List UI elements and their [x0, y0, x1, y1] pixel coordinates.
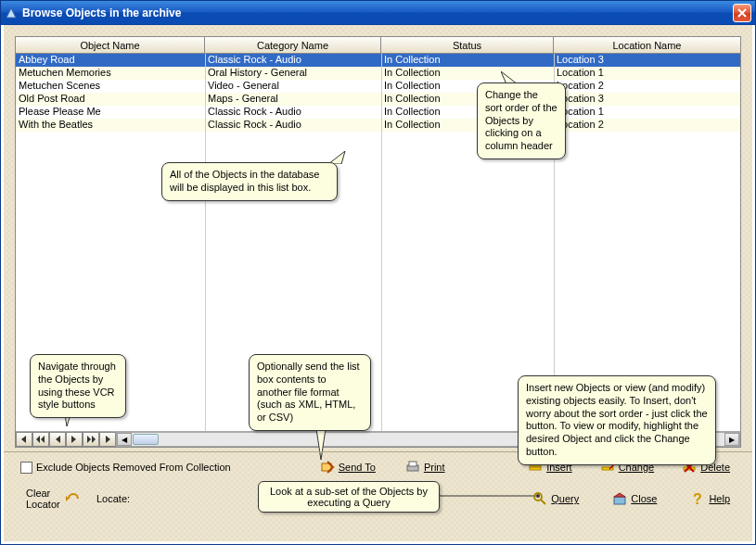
sendto-button[interactable]: Send To	[314, 458, 381, 476]
callout-sendto: Optionally send the list box contents to…	[249, 354, 371, 431]
undo-icon	[65, 491, 80, 506]
scroll-thumb[interactable]	[133, 434, 159, 445]
svg-text:?: ?	[693, 491, 702, 506]
browse-window: Browse Objects in the archive Object Nam…	[0, 0, 756, 545]
svg-rect-18	[614, 497, 625, 504]
header-location-name[interactable]: Location Name	[554, 37, 740, 53]
query-icon	[532, 491, 547, 506]
nav-last[interactable]	[99, 432, 116, 447]
help-icon: ?	[690, 491, 705, 506]
svg-marker-0	[6, 8, 16, 18]
sendto-icon	[320, 460, 335, 475]
checkbox-icon[interactable]	[20, 462, 32, 474]
callout-navigate: Navigate through the Objects by using th…	[30, 354, 126, 418]
header-object-name[interactable]: Object Name	[16, 37, 205, 53]
table-row[interactable]: Old Post RoadMaps - GeneralIn Collection…	[16, 93, 740, 106]
svg-rect-10	[409, 462, 416, 466]
nav-next[interactable]	[66, 432, 83, 447]
exclude-checkbox[interactable]: Exclude Objects Removed From Collection	[20, 462, 231, 474]
header-category-name[interactable]: Category Name	[205, 37, 381, 53]
nav-next-page[interactable]	[83, 432, 99, 447]
scroll-right[interactable]: ▶	[724, 433, 739, 446]
locate-label: Locate:	[96, 493, 130, 504]
app-icon	[5, 6, 18, 19]
nav-prev-page[interactable]	[32, 432, 49, 447]
table-row[interactable]: Metuchen MemoriesOral History - GeneralI…	[16, 67, 740, 80]
table-row[interactable]: Abbey RoadClassic Rock - AudioIn Collect…	[16, 54, 740, 67]
client-area: Object Name Category Name Status Locatio…	[4, 25, 752, 541]
callout-query: Look at a sub-set of the Objects by exec…	[258, 481, 440, 513]
window-title: Browse Objects in the archive	[22, 6, 181, 19]
close-button[interactable]	[733, 4, 751, 22]
titlebar[interactable]: Browse Objects in the archive	[1, 1, 755, 25]
print-icon	[405, 460, 420, 475]
clear-locator-button[interactable]: Clear Locator	[20, 486, 85, 512]
svg-marker-19	[614, 493, 625, 497]
svg-point-16	[534, 493, 542, 501]
nav-first[interactable]	[16, 432, 32, 447]
query-button[interactable]: Query	[527, 489, 584, 508]
table-row[interactable]: Metuchen ScenesVideo - GeneralIn Collect…	[16, 80, 740, 93]
callout-insert: Insert new Objects or view (and modify) …	[518, 375, 716, 465]
callout-sort: Change the sort order of the Objects by …	[477, 82, 566, 159]
svg-line-17	[541, 500, 545, 504]
callout-listbox: All of the Objects in the database will …	[161, 162, 338, 201]
print-button[interactable]: Print	[400, 458, 451, 476]
close-icon	[612, 491, 627, 506]
header-status[interactable]: Status	[381, 37, 554, 53]
scroll-left[interactable]: ◀	[117, 433, 132, 446]
close-button-toolbar[interactable]: Close	[607, 489, 662, 508]
column-headers: Object Name Category Name Status Locatio…	[16, 37, 740, 54]
nav-prev[interactable]	[49, 432, 66, 447]
table-row[interactable]: Please Please MeClassic Rock - AudioIn C…	[16, 106, 740, 119]
table-row[interactable]: With the BeatlesClassic Rock - AudioIn C…	[16, 119, 740, 132]
help-button[interactable]: ? Help	[685, 489, 736, 508]
